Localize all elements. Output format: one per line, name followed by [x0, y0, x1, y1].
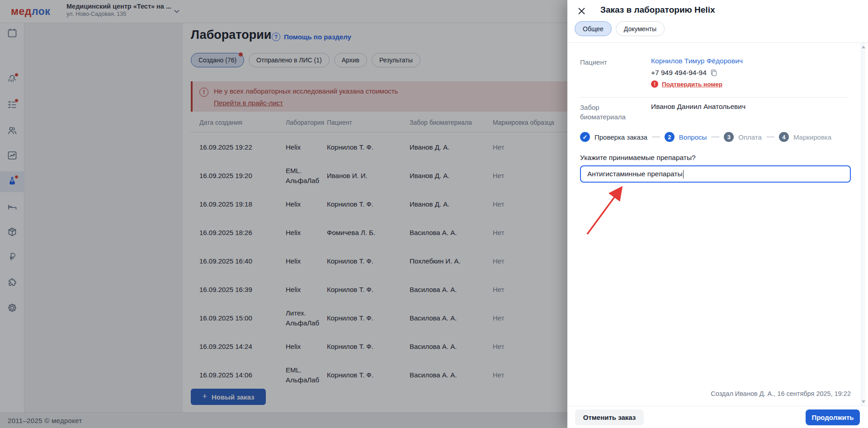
- step-connector: [711, 136, 719, 137]
- modal-dim-overlay: [0, 0, 567, 428]
- tab-label: Документы: [624, 25, 656, 33]
- step-3-number[interactable]: 3: [724, 132, 734, 142]
- tab-documents[interactable]: Документы: [616, 21, 665, 36]
- drawer-body-divider: [567, 42, 868, 43]
- input-value: Антигистаминные препараты: [587, 170, 683, 178]
- divider: [580, 97, 848, 98]
- annotation-arrow: [581, 184, 631, 239]
- step-connector: [766, 136, 774, 137]
- tab-label: Общее: [583, 25, 604, 33]
- step-1-check-icon[interactable]: ✓: [580, 132, 590, 142]
- patient-phone: +7 949 494-94-94: [651, 69, 717, 77]
- drawer-tabs: Общее Документы: [575, 21, 665, 36]
- cancel-order-button[interactable]: Отменить заказ: [575, 409, 644, 425]
- step-3-label: Оплата: [738, 133, 762, 141]
- app-root: медлок Медицинский центр «Тест» на ... у…: [0, 0, 868, 428]
- scroll-down-icon[interactable]: [862, 400, 865, 404]
- confirm-phone-row: ! Подтвердить номер: [651, 80, 722, 88]
- tab-general[interactable]: Общее: [575, 21, 612, 36]
- phone-number: +7 949 494-94-94: [651, 69, 707, 77]
- confirm-phone-link[interactable]: Подтвердить номер: [662, 81, 722, 88]
- sampling-field-label: Забор биоматериала: [580, 103, 637, 122]
- step-4-number[interactable]: 4: [779, 132, 789, 142]
- copy-icon[interactable]: [710, 69, 717, 76]
- patient-field-label: Пациент: [580, 57, 607, 67]
- drawer-title: Заказ в лабораторию Helix: [600, 5, 715, 15]
- step-1-label: Проверка заказа: [594, 133, 647, 141]
- medications-input[interactable]: Антигистаминные препараты: [580, 165, 851, 183]
- close-icon[interactable]: [576, 5, 587, 17]
- sampling-person: Иванов Даниил Анатольевич: [651, 103, 745, 111]
- continue-button[interactable]: Продолжить: [806, 409, 860, 425]
- step-4-label: Маркировка: [793, 133, 831, 141]
- drawer-scrollbar[interactable]: [861, 43, 865, 406]
- patient-name-link[interactable]: Корнилов Тимур Фёдорович: [651, 57, 743, 65]
- created-by-text: Создал Иванов Д. А., 16 сентября 2025, 1…: [711, 390, 851, 397]
- drawer-footer-divider: [567, 406, 868, 406]
- step-2-label: Вопросы: [679, 133, 707, 141]
- step-connector: [652, 136, 660, 137]
- order-stepper: ✓ Проверка заказа 2 Вопросы 3 Оплата 4 М…: [580, 132, 831, 142]
- main-region: медлок Медицинский центр «Тест» на ... у…: [0, 0, 567, 428]
- scroll-up-icon[interactable]: [862, 45, 865, 48]
- question-label: Укажите принимаемые препараты?: [580, 154, 696, 162]
- step-2-number[interactable]: 2: [665, 132, 675, 142]
- alert-exclamation-icon: !: [651, 80, 658, 88]
- text-caret: [683, 170, 684, 179]
- order-drawer: Заказ в лабораторию Helix Общее Документ…: [567, 0, 868, 428]
